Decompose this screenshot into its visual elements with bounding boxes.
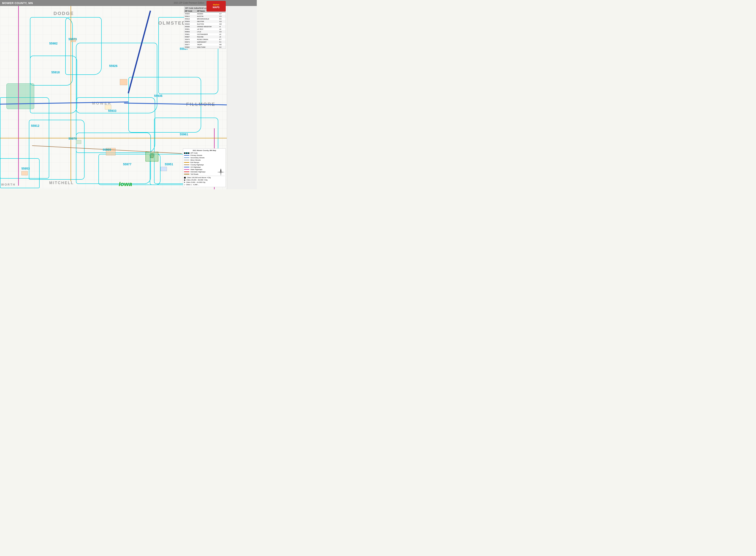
legend-exit-label: Exit Ramps [191,162,199,163]
right-panel [227,0,257,189]
map-title: MOWER COUNTY, MN [2,1,33,5]
zip-index-row: 55977TAOPIH8 [184,43,226,46]
zip-index-cell: 55951 [184,28,196,31]
zip-index-cell: 55977 [184,43,196,46]
legend-interstate-line [184,172,189,172]
legend-minor-label: Minor Streets [191,159,201,161]
zip-index-cell: C5 [219,15,226,18]
zip-index-cell: L6 [219,33,226,36]
zip-index-cell: 55926 [184,20,196,23]
legend-city-25k: Cities 25,000 - 99,999 +City [184,179,225,181]
zip-index: ZIP Code Index/Grid Locator ZIP Code ZIP… [184,6,226,49]
zip-index-cell: D3 [219,18,226,20]
zip-index-row: 55951LE ROYL8 [184,28,226,31]
zip-index-row: 55936GRAND MEADOWI4 [184,26,226,28]
legend-county-hwy-label: County Highways [191,164,204,166]
svg-marker-2 [217,172,221,173]
zip-index-cell: TAOPI [196,43,219,46]
legend-zip-code: ZIP Code [184,152,225,154]
legend-city-1-dot [184,184,185,185]
zip-index-cell: ELKTON [196,23,219,26]
svg-point-4 [220,172,222,173]
legend-city-5k-label: Cities 5,000 - 24,999 City [186,181,205,183]
zip-index-cell: RACINE [196,36,219,38]
zip-index-cell: F2 [219,41,226,43]
zip-index-cell: 55953 [184,31,196,33]
zip-index-row: 55926DEXTERG3 [184,20,226,23]
legend-interstate-label: Interstate Highways [191,171,205,173]
legend-city-5k-dot [184,182,185,183]
zip-index-cell: I4 [219,26,226,28]
zip-index-row: 55918BROWNSDALED3 [184,18,226,20]
logo: Market MAPS [206,1,226,11]
logo-line1: Market MAPS [213,4,220,9]
edition-label: 2021 ZIP Code Premium Edition [174,2,204,4]
zip-index-cell: 55973 [184,41,196,43]
zip-index-cell: 55933 [184,23,196,26]
legend-city-1: Cities 1 - 4,999 ... [184,184,225,186]
zip-index-cell: E7 [219,38,226,41]
col-header-zip: ZIP Code [184,10,196,12]
legend-city-100k-label: Cities 100,000 and Above +City [187,177,211,179]
legend-secondary-line [184,158,189,158]
zip-index-cell: OSTRANDER [196,33,219,36]
legend-city-5k: Cities 5,000 - 24,999 City [184,181,225,183]
svg-text:N: N [221,169,221,171]
zip-index-cell: LE ROY [196,28,219,31]
compass-rose: N [217,168,225,176]
legend-us-label: US Highways [191,166,201,168]
legend-city-25k-label: Cities 25,000 - 99,999 +City [186,179,207,181]
legend-zip-label: ZIP Code [191,152,198,154]
zip-index-row: 55970ROSE CREEKE7 [184,38,226,41]
legend-exit-line [184,162,189,163]
zip-index-table: ZIP Code ZIP Name LOC 55909ADAMSG755912A… [184,10,226,48]
legend-city-1-label: Cities 1 - 4,999 ... [186,184,199,186]
zip-index-cell: BROWNSDALE [196,18,219,20]
zip-index-cell: WALTHAM [196,46,219,48]
zip-index-row: 55909ADAMSG7 [184,12,226,15]
zip-index-cell: 55918 [184,18,196,20]
zip-index-row: 55982WALTHAMD2 [184,46,226,48]
legend-county-hwy: County Highways [184,164,225,166]
legend-primary-label: Primary Streets [191,154,202,156]
legend-state-label: State Highways [191,169,202,170]
zip-index-row: 55933ELKTONG6 [184,23,226,26]
legend-minor-line [184,160,189,161]
svg-marker-1 [220,173,222,176]
legend-exit-ramps: Exit Ramps [184,162,225,163]
legend-primary: Primary Streets [184,154,225,156]
legend-secondary: Secondary Streets [184,157,225,159]
legend-secondary-label: Secondary Streets [191,157,204,159]
legend-title: 2021 Mower County, MN Map [184,149,225,151]
zip-index-cell: G6 [219,23,226,26]
zip-index-cell: 55967 [184,36,196,38]
zip-index-cell: ADAMS [196,12,219,15]
legend-us-hwy-line [184,167,189,168]
legend-city-25k-dot [184,179,185,181]
zip-index-cell: 55961 [184,33,196,36]
zip-index-cell: 55970 [184,38,196,41]
zip-index-row: 55973SARGEANTF2 [184,41,226,43]
legend-toll-label: Toll Roads [191,173,198,175]
zip-index-cell: DEXTER [196,20,219,23]
zip-index-cell: 55982 [184,46,196,48]
legend-zip-line [184,152,189,154]
legend-county-hwy-line [184,165,189,165]
zip-index-cell: G7 [219,12,226,15]
zip-index-cell: ROSE CREEK [196,38,219,41]
zip-index-cell: J2 [219,36,226,38]
zip-index-cell: C8 [219,31,226,33]
legend-city-100k-dot [184,177,186,179]
zip-index-cell: 55912 [184,15,196,18]
legend-primary-line [184,155,189,156]
zip-index-cell: SARGEANT [196,41,219,43]
zip-index-cell: H8 [219,43,226,46]
svg-marker-3 [221,172,225,173]
zip-index-cell: L8 [219,28,226,31]
legend-state-hwy-line [184,169,189,170]
zip-index-cell: LYLE [196,31,219,33]
zip-index-cell: G3 [219,20,226,23]
zip-index-cell: D2 [219,46,226,48]
zip-index-cell: AUSTIN [196,15,219,18]
legend-toll-line [184,174,189,174]
